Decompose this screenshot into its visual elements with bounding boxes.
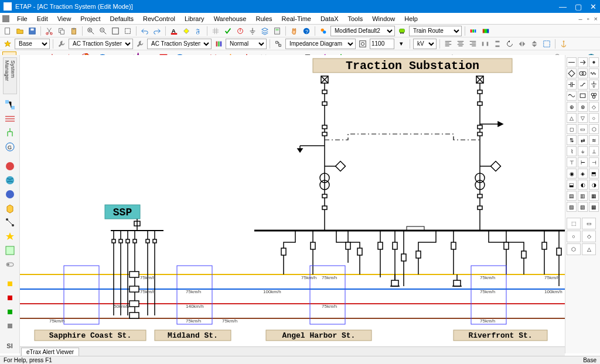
align-center-icon[interactable] [455,39,466,49]
p-i-icon[interactable]: ⬡ [589,124,599,134]
p-arrow-icon[interactable] [578,57,588,67]
p-circles-icon[interactable] [578,68,588,78]
sphere-earth-icon[interactable] [3,174,17,186]
p-s-icon[interactable]: ◉ [567,169,577,178]
diagram-combo[interactable]: Impedance Diagram [285,39,356,49]
ground-icon[interactable] [247,26,258,36]
menu-warehouse[interactable]: Warehouse [210,14,251,23]
etrax-alert-tab[interactable]: eTrax Alert Viewer [21,348,79,356]
p-n-icon[interactable]: ⏚ [578,146,588,156]
preset2-combo[interactable]: AC Traction System [147,39,212,49]
check-icon[interactable] [223,26,233,36]
p-a-icon[interactable]: ⊕ [567,102,577,112]
aux5-icon[interactable]: ⬡ [567,243,581,255]
p-switch-icon[interactable] [578,80,588,90]
menu-revcontrol[interactable]: RevControl [139,14,179,23]
copy-icon[interactable] [56,26,67,36]
mdi-restore-button[interactable]: ▫ [587,15,589,22]
books-icon[interactable] [213,39,224,49]
open-icon[interactable] [15,26,25,36]
p-q-icon[interactable]: ⊢ [578,157,588,167]
star-tool-icon[interactable] [3,231,17,242]
node-red-icon[interactable] [3,292,17,304]
zoom-region-icon[interactable] [122,26,133,36]
menu-rules[interactable]: Rules [251,14,276,23]
p-b-icon[interactable]: ⊗ [578,102,588,112]
p-bus-icon[interactable] [567,57,577,67]
font-icon[interactable]: 𝔉 [193,26,204,36]
p-inductor-icon[interactable] [589,68,599,78]
save-icon[interactable] [27,26,38,36]
p-ground-icon[interactable] [589,80,599,90]
distribute-v-icon[interactable] [492,39,503,49]
kv-combo[interactable]: kV [413,39,437,49]
flip-h-icon[interactable] [517,39,527,49]
p-h-icon[interactable]: ▭ [578,124,588,134]
p-w-icon[interactable]: ◐ [578,180,588,190]
p-3circ-icon[interactable] [589,91,599,101]
palette-icon[interactable] [468,26,479,36]
map-icon[interactable] [3,245,17,256]
cube-icon[interactable] [3,202,17,214]
calc-icon[interactable] [272,26,282,36]
aux4-icon[interactable]: ◇ [582,231,596,242]
modified-combo[interactable]: Modified Default2 [330,26,395,36]
gen-icon[interactable]: G [3,141,17,153]
hand-icon[interactable] [289,26,299,36]
align-left-icon[interactable] [443,39,454,49]
p-l-icon[interactable]: ≋ [589,135,599,145]
menu-datax[interactable]: DataX [316,14,343,23]
maximize-button[interactable]: ▢ [575,2,582,11]
p-dd-icon[interactable]: ▩ [589,202,599,212]
p-z-icon[interactable]: ▥ [578,191,588,201]
menu-tools[interactable]: Tools [344,14,367,23]
p-c-icon[interactable]: ◇ [589,102,599,112]
zoom-out-icon[interactable] [98,26,108,36]
align-right-icon[interactable] [468,39,478,49]
paste-icon[interactable] [69,26,79,36]
aux3-icon[interactable]: ○ [567,231,581,242]
p-r-icon[interactable]: ⊣ [589,157,599,167]
sphere-blue-icon[interactable] [3,188,17,200]
p-k-icon[interactable]: ⇄ [578,135,588,145]
schematic-icon[interactable] [357,39,368,49]
mdi-close-button[interactable]: × [594,15,598,22]
zoom-input[interactable] [370,39,394,49]
p-t-icon[interactable]: ◈ [578,169,588,178]
zoom-fit-icon[interactable] [110,26,121,36]
net1-icon[interactable] [3,99,17,111]
node-gray-icon[interactable] [3,320,17,332]
grid-icon[interactable] [210,26,221,36]
redo-icon[interactable] [152,26,162,36]
p-d-icon[interactable]: △ [567,113,577,123]
menu-help[interactable]: Help [400,14,422,23]
p-x-icon[interactable]: ◑ [589,180,599,190]
p-o-icon[interactable]: ⊥ [589,146,599,156]
menu-defaults[interactable]: Defaults [106,14,138,23]
p-e-icon[interactable]: ▽ [578,113,588,123]
power-icon[interactable] [235,26,246,36]
wrench-icon[interactable] [56,39,67,49]
menu-edit[interactable]: Edit [33,14,52,23]
aux2-icon[interactable]: ▭ [582,218,596,229]
p-v-icon[interactable]: ⬓ [567,180,577,190]
mode-combo[interactable]: Normal [226,39,267,49]
theme-icon[interactable] [318,26,329,36]
close-button[interactable]: ✕ [590,2,596,11]
p-y-icon[interactable]: ▤ [567,191,577,201]
p-aa-icon[interactable]: ▦ [589,191,599,201]
train-icon[interactable] [397,26,407,36]
layers-icon[interactable] [260,26,270,36]
connector-icon[interactable] [3,217,17,228]
train-route-combo[interactable]: Train Route [409,26,462,36]
si-toggle[interactable]: SI [3,341,17,351]
flip-v-icon[interactable] [529,39,540,49]
system-manager-tab[interactable]: System Manager [3,57,17,94]
p-p-icon[interactable]: ⊤ [567,157,577,167]
new-icon[interactable] [2,26,13,36]
menu-library[interactable]: Library [180,14,209,23]
anchor-icon[interactable] [558,39,569,49]
p-cap-icon[interactable] [567,80,577,90]
rotate-icon[interactable] [504,39,515,49]
menu-realtime[interactable]: Real-Time [278,14,315,23]
